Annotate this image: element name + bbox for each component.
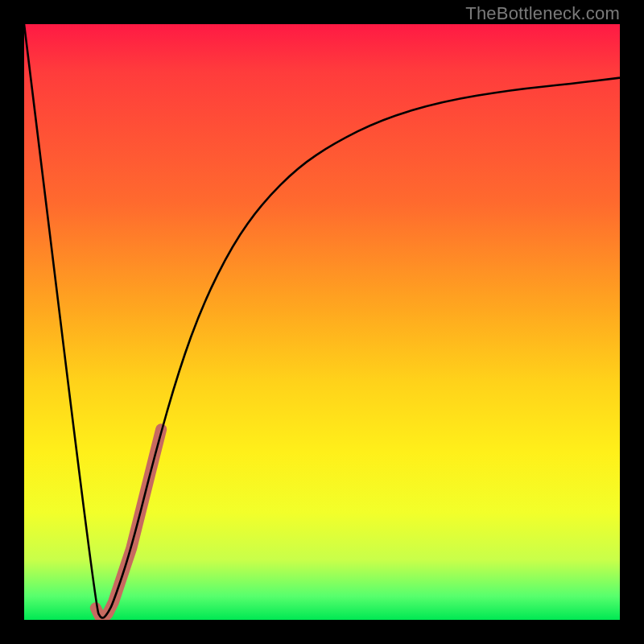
highlight-segment: [96, 429, 161, 620]
main-curve: [24, 24, 620, 618]
chart-svg: [24, 24, 620, 620]
attribution-label: TheBottleneck.com: [465, 3, 620, 24]
chart-frame: TheBottleneck.com: [0, 0, 644, 644]
plot-area: [24, 24, 620, 620]
